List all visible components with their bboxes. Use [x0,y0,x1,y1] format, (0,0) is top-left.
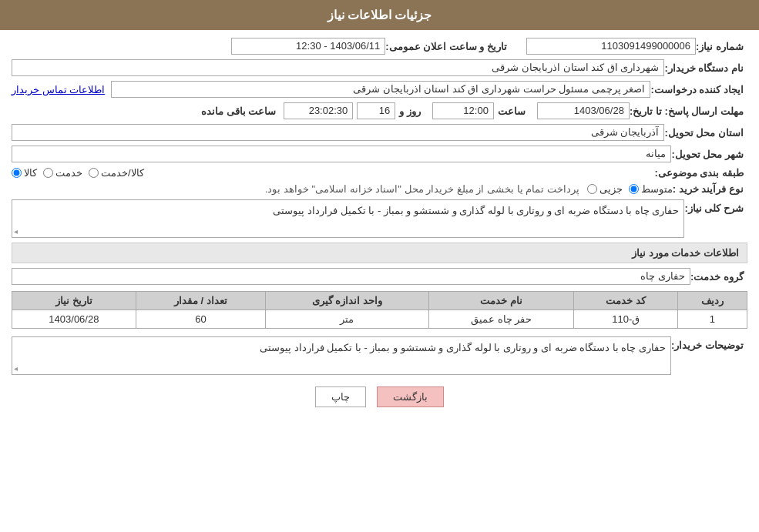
category-option-kala[interactable]: کالا [12,167,37,179]
table-cell-quantity: 60 [136,310,265,329]
service-group-label: گروه خدمت: [690,271,747,283]
category-khedmat-label: خدمت [55,167,82,179]
services-info-label: اطلاعات خدمات مورد نیاز [12,243,747,263]
need-description-value: حفاری چاه با دستگاه ضربه ای و روتاری با … [12,199,684,238]
response-date-value: 1403/06/28 [537,102,630,119]
purchase-type-label: نوع فرآیند خرید : [673,183,747,195]
back-button[interactable]: بازگشت [377,386,444,407]
purchase-type-option-motavaset[interactable]: متوسط [629,183,673,195]
purchase-jozi-radio[interactable] [587,184,597,194]
print-button[interactable]: چاپ [315,386,366,407]
response-date-label: مهلت ارسال پاسخ: تا تاریخ: [630,105,747,117]
button-area: بازگشت چاپ [12,386,747,407]
response-time-value: 12:00 [432,102,494,119]
table-header-name: نام خدمت [428,292,574,310]
purchase-type-note: پرداخت تمام یا بخشی از مبلغ خریدار محل "… [12,183,579,195]
purchase-type-radio-group: متوسط جزیی [587,183,673,195]
response-day-value: 16 [357,102,395,119]
creator-label: ایجاد کننده درخواست: [650,84,747,95]
table-cell-row: 1 [677,310,747,329]
table-header-unit: واحد اندازه گیری [265,292,428,310]
purchase-type-option-jozi[interactable]: جزیی [587,183,623,195]
response-remaining-value: 23:02:30 [284,102,353,119]
category-option-khedmat[interactable]: خدمت [43,167,82,179]
table-cell-code: ق-110 [574,310,677,329]
table-header-code: کد خدمت [574,292,677,310]
creator-value: اصغر پرچمی مسئول حراست شهرداری اق کند اس… [111,81,650,98]
table-row: 1ق-110حفر چاه عمیقمتر601403/06/28 [12,310,747,329]
table-header-row: ردیف [677,292,747,310]
need-number-value: 1103091499000006 [526,38,696,55]
city-value: میانه [12,146,671,162]
response-time-label: ساعت [498,105,529,117]
province-value: آذربایجان شرقی [12,124,664,141]
province-label: استان محل تحویل: [664,127,747,139]
buyer-org-value: شهرداری اق کند استان اذربایجان شرقی [12,59,664,76]
category-kala-radio[interactable] [12,168,22,178]
page-title: جزئیات اطلاعات نیاز [0,0,759,30]
purchase-motavaset-label: متوسط [641,183,673,195]
need-description-label: شرح کلی نیاز: [684,199,747,214]
table-cell-unit: متر [265,310,428,329]
service-group-value: حفاری چاه [12,268,690,285]
buyer-notes-value: حفاری چاه با دستگاه ضربه ای و روتاری با … [12,336,671,375]
date-value: 1403/06/11 - 12:30 [231,38,385,55]
response-remaining-label: ساعت باقی مانده [201,105,280,117]
table-cell-date: 1403/06/28 [12,310,136,329]
buyer-org-label: نام دستگاه خریدار: [664,62,747,74]
buyer-notes-label: توضیحات خریدار: [671,336,747,351]
table-cell-name: حفر چاه عمیق [428,310,574,329]
creator-link[interactable]: اطلاعات تماس خریدار [12,84,105,95]
category-kala-khedmat-radio[interactable] [89,168,99,178]
table-header-qty: تعداد / مقدار [136,292,265,310]
city-label: شهر محل تحویل: [671,149,747,160]
date-label: تاریخ و ساعت اعلان عمومی: [385,41,511,52]
category-option-kala-khedmat[interactable]: کالا/خدمت [89,167,144,179]
category-radio-group: کالا/خدمت خدمت کالا [12,167,654,179]
services-table: ردیف کد خدمت نام خدمت واحد اندازه گیری ت… [12,291,747,329]
table-header-date: تاریخ نیاز [12,292,136,310]
response-day-label: روز و [399,105,425,117]
category-kala-label: کالا [24,167,37,179]
category-label: طبقه بندی موضوعی: [654,167,747,179]
category-kala-khedmat-label: کالا/خدمت [101,167,144,179]
need-number-label: شماره نیاز: [696,41,747,52]
purchase-jozi-label: جزیی [599,183,623,195]
category-khedmat-radio[interactable] [43,168,53,178]
purchase-motavaset-radio[interactable] [629,184,639,194]
